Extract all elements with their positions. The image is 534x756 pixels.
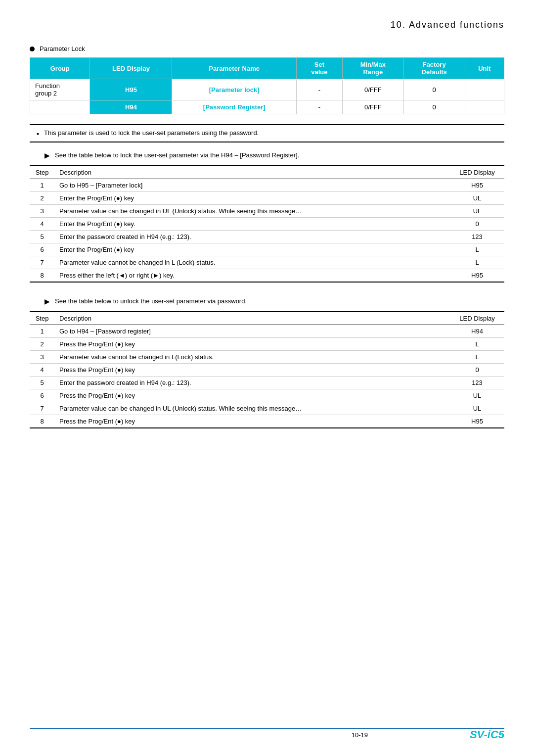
table-row: 3 Parameter value can be changed in UL (… (30, 205, 504, 218)
desc-cell: Parameter value can be changed in UL (Un… (54, 205, 450, 218)
unit-h95 (465, 79, 504, 100)
footer-page: 10-19 (250, 731, 470, 739)
led-cell: UL (450, 205, 504, 218)
table-row: 7 Parameter value cannot be changed in L… (30, 256, 504, 269)
desc-cell: Press the Prog/Ent (●) key (54, 415, 450, 428)
table-row: 6 Press the Prog/Ent (●) key UL (30, 389, 504, 402)
lock-table: Step Description LED Display 1 Go to H95… (30, 165, 504, 283)
table-row: Functiongroup 2 H95 [Parameter lock] - 0… (30, 79, 504, 100)
desc-cell: Press either the left (◄) or right (►) k… (54, 269, 450, 283)
desc-cell: Press the Prog/Ent (●) key (54, 389, 450, 402)
lock-step-header: Step (30, 166, 54, 179)
step-num: 8 (30, 269, 54, 283)
led-cell: 0 (450, 218, 504, 231)
set-value-h95: - (296, 79, 342, 100)
led-cell: H95 (450, 179, 504, 192)
led-cell: L (450, 256, 504, 269)
desc-cell: Enter the password created in H94 (e.g.:… (54, 377, 450, 389)
unlock-step-header: Step (30, 312, 54, 325)
bullet-icon (30, 47, 35, 51)
footer-brand: SV-iC5 (470, 728, 504, 741)
section-header: Parameter Lock (30, 45, 504, 52)
step-num: 1 (30, 179, 54, 192)
table-row: 3 Parameter value cannot be changed in L… (30, 351, 504, 364)
led-cell: UL (450, 389, 504, 402)
note-box: ▪ This parameter is used to lock the use… (30, 124, 504, 142)
step-num: 4 (30, 218, 54, 231)
desc-cell: Parameter value can be changed in UL (Un… (54, 402, 450, 415)
note-text: This parameter is used to lock the user-… (44, 129, 259, 137)
col-param-name: Parameter Name (172, 58, 296, 79)
desc-cell: Go to H95 – [Parameter lock] (54, 179, 450, 192)
led-cell-h94: H94 (90, 100, 172, 114)
step-num: 6 (30, 243, 54, 256)
group-cell: Functiongroup 2 (30, 79, 90, 100)
table-row: 8 Press either the left (◄) or right (►)… (30, 269, 504, 283)
unlock-led-header: LED Display (450, 312, 504, 325)
arrow-note-1: ▶ See the table below to lock the user-s… (44, 151, 504, 159)
step-num: 1 (30, 325, 54, 338)
led-cell: UL (450, 402, 504, 415)
set-value-h94: - (296, 100, 342, 114)
table-row: H94 [Password Register] - 0/FFF 0 (30, 100, 504, 114)
arrow-icon-1: ▶ (44, 151, 50, 159)
step-num: 5 (30, 377, 54, 389)
table-row: 5 Enter the password created in H94 (e.g… (30, 377, 504, 389)
table-row: 5 Enter the password created in H94 (e.g… (30, 231, 504, 243)
desc-cell: Enter the password created in H94 (e.g.:… (54, 231, 450, 243)
table-row: 4 Enter the Prog/Ent (●) key. 0 (30, 218, 504, 231)
range-h95: 0/FFF (342, 79, 403, 100)
led-cell: 123 (450, 377, 504, 389)
desc-cell: Press the Prog/Ent (●) key (54, 364, 450, 377)
col-minmax: Min/MaxRange (342, 58, 403, 79)
arrow-icon-2: ▶ (44, 297, 50, 305)
table-row: 8 Press the Prog/Ent (●) key H95 (30, 415, 504, 428)
col-unit: Unit (465, 58, 504, 79)
footer: 10-19 SV-iC5 (0, 728, 534, 741)
desc-cell: Parameter value cannot be changed in L(L… (54, 351, 450, 364)
note-bullet-icon: ▪ (37, 130, 39, 138)
col-factory: FactoryDefaults (403, 58, 465, 79)
unit-h94 (465, 100, 504, 114)
step-num: 3 (30, 351, 54, 364)
table-row: 2 Press the Prog/Ent (●) key L (30, 338, 504, 351)
table-row: 7 Parameter value can be changed in UL (… (30, 402, 504, 415)
step-num: 7 (30, 402, 54, 415)
arrow-note-text-2: See the table below to unlock the user-s… (55, 297, 247, 305)
step-num: 5 (30, 231, 54, 243)
led-cell: L (450, 243, 504, 256)
desc-cell: Enter the Prog/Ent (●) key (54, 243, 450, 256)
desc-cell: Parameter value cannot be changed in L (… (54, 256, 450, 269)
table-row: 4 Press the Prog/Ent (●) key 0 (30, 364, 504, 377)
led-cell-h95: H95 (90, 79, 172, 100)
step-num: 2 (30, 192, 54, 205)
lock-desc-header: Description (54, 166, 450, 179)
led-cell: H95 (450, 269, 504, 283)
step-num: 4 (30, 364, 54, 377)
led-cell: UL (450, 192, 504, 205)
col-led: LED Display (90, 58, 172, 79)
led-cell: H94 (450, 325, 504, 338)
arrow-note-text-1: See the table below to lock the user-set… (55, 151, 299, 159)
unlock-table: Step Description LED Display 1 Go to H94… (30, 311, 504, 428)
range-h94: 0/FFF (342, 100, 403, 114)
parameter-table: Group LED Display Parameter Name Setvalu… (30, 57, 504, 114)
lock-led-header: LED Display (450, 166, 504, 179)
desc-cell: Go to H94 – [Password register] (54, 325, 450, 338)
unlock-desc-header: Description (54, 312, 450, 325)
table-row: 1 Go to H94 – [Password register] H94 (30, 325, 504, 338)
defaults-h94: 0 (403, 100, 465, 114)
step-num: 6 (30, 389, 54, 402)
col-set-value: Setvalue (296, 58, 342, 79)
table-row: 2 Enter the Prog/Ent (●) key UL (30, 192, 504, 205)
step-num: 7 (30, 256, 54, 269)
led-cell: 123 (450, 231, 504, 243)
group-cell-2 (30, 100, 90, 114)
table-row: 6 Enter the Prog/Ent (●) key L (30, 243, 504, 256)
page-title: 10. Advanced functions (30, 20, 504, 30)
led-cell: 0 (450, 364, 504, 377)
led-cell: L (450, 338, 504, 351)
led-cell: L (450, 351, 504, 364)
table-row: 1 Go to H95 – [Parameter lock] H95 (30, 179, 504, 192)
led-cell: H95 (450, 415, 504, 428)
